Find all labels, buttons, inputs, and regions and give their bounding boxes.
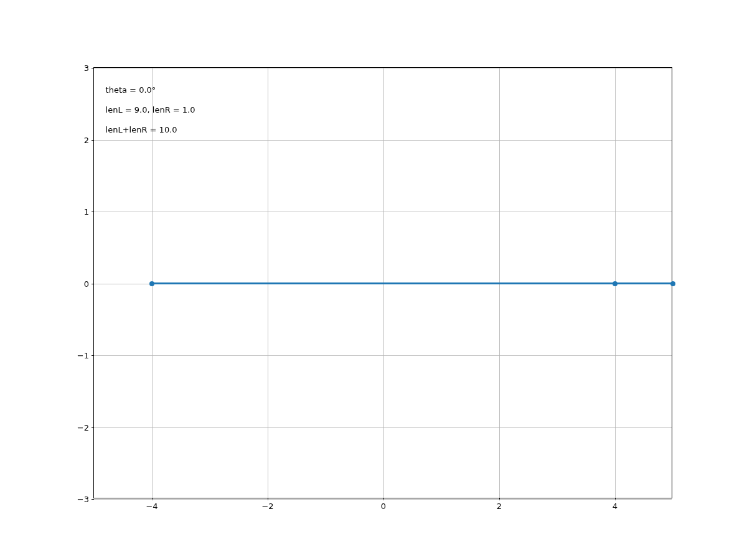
figure: −4−2024−3−2−10123theta = 0.0°lenL = 9.0,… — [0, 0, 747, 560]
chart-line — [152, 282, 673, 284]
chart-marker — [149, 281, 154, 286]
x-tick-label: −4 — [146, 502, 157, 511]
chart-annotation: theta = 0.0° — [106, 85, 156, 95]
y-tick — [92, 499, 94, 500]
grid-line-horizontal — [94, 427, 672, 428]
chart-marker — [670, 281, 675, 286]
grid-line-horizontal — [94, 140, 672, 141]
y-tick — [92, 284, 94, 284]
y-tick-label: 3 — [84, 63, 89, 73]
y-tick-label: 2 — [84, 135, 89, 144]
y-tick — [92, 140, 94, 141]
x-tick-label: 2 — [497, 502, 502, 511]
grid-line-horizontal — [94, 212, 672, 212]
y-tick-label: −1 — [77, 351, 89, 360]
y-tick-label: 1 — [84, 207, 89, 217]
y-tick — [92, 355, 94, 356]
y-tick — [92, 427, 94, 428]
y-tick-label: 0 — [84, 279, 89, 288]
chart-annotation: lenL = 9.0, lenR = 1.0 — [106, 105, 195, 114]
grid-line-horizontal — [94, 68, 672, 68]
axes: −4−2024−3−2−10123theta = 0.0°lenL = 9.0,… — [93, 67, 672, 498]
x-tick-label: −2 — [261, 502, 273, 511]
y-tick-label: −3 — [77, 495, 89, 504]
grid-line-horizontal — [94, 355, 672, 356]
y-tick — [92, 212, 94, 212]
x-tick-label: 0 — [381, 502, 386, 511]
y-tick-label: −2 — [77, 422, 89, 432]
y-tick — [92, 68, 94, 68]
x-tick-label: 4 — [613, 502, 618, 511]
chart-annotation: lenL+lenR = 10.0 — [106, 125, 177, 134]
grid-line-horizontal — [94, 499, 672, 500]
chart-marker — [613, 281, 618, 286]
